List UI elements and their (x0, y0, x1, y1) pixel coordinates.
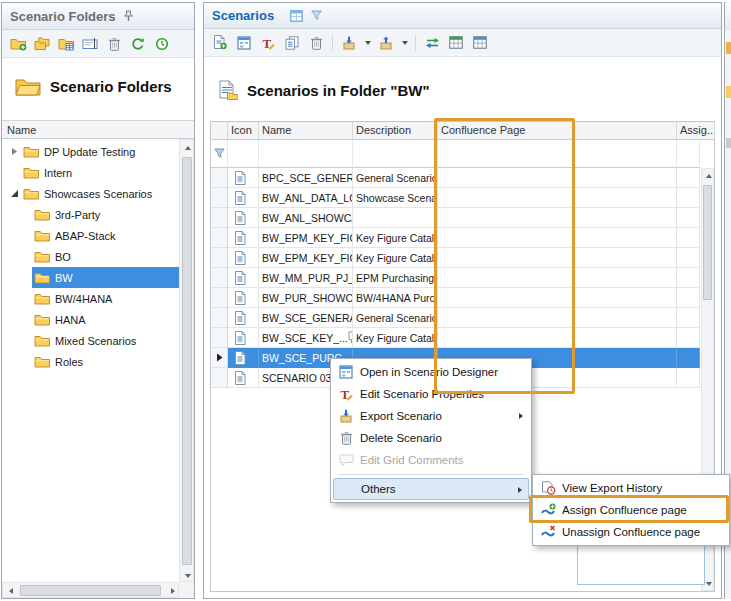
scroll-right-arrow[interactable] (165, 583, 180, 599)
export-scenario-button[interactable] (339, 33, 359, 53)
copy-folder-button[interactable] (32, 34, 52, 54)
tree-item-bw[interactable]: BW (2, 267, 179, 288)
tree-item-label: HANA (55, 314, 86, 326)
folders-horizontal-scrollbar[interactable] (2, 582, 179, 598)
scroll-left-arrow[interactable] (3, 583, 18, 599)
copy-scenario-icon (285, 36, 299, 50)
new-scenario-button[interactable] (210, 33, 230, 53)
menu-item-view-export-history[interactable]: View Export History (535, 477, 727, 499)
copy-scenario-button[interactable] (282, 33, 302, 53)
column-header-icon[interactable]: Icon (228, 122, 259, 140)
tree-item-label: BW (55, 272, 73, 284)
tree-item-intern[interactable]: Intern (2, 162, 179, 183)
scenario-designer-button[interactable] (234, 33, 254, 53)
import-dropdown-button[interactable] (400, 33, 409, 53)
menu-item-edit-grid-comments[interactable]: Edit Grid Comments (333, 449, 529, 471)
import-scenario-button[interactable] (376, 33, 396, 53)
row-name-cell: BW_SCE_GENERAL... (259, 308, 353, 328)
scenario-row-bw-pur-showca[interactable]: BW_PUR_SHOWCA...BW/4HANA Purcha... (211, 288, 700, 308)
scenario-name: BW_PUR_SHOWCA... (262, 292, 353, 304)
scenario-row-bpc-sce-genera[interactable]: BPC_SCE_GENERA...General Scenario o... (211, 168, 700, 188)
scroll-thumb[interactable] (20, 585, 161, 596)
excel-transfer-button[interactable] (422, 33, 442, 53)
tree-item-dp-update-testing[interactable]: DP Update Testing (2, 141, 179, 162)
tree-item-hana[interactable]: HANA (2, 309, 179, 330)
tree-item-3rd-party[interactable]: 3rd-Party (2, 204, 179, 225)
scenario-row-bw-anl-data-lo[interactable]: BW_ANL_DATA_LO...Showcase Scenario... (211, 188, 700, 208)
scenario-row-bw-sce-general[interactable]: BW_SCE_GENERAL...General Scenario f... (211, 308, 700, 328)
filter-cell[interactable] (228, 140, 259, 168)
row-indicator-cell (211, 168, 228, 188)
folders-vertical-scrollbar[interactable] (179, 139, 194, 582)
row-assign-cell (677, 168, 700, 188)
filter-cell[interactable] (438, 140, 677, 168)
column-header-name[interactable]: Name (259, 122, 353, 140)
scenario-row-bw-anl-showca[interactable]: BW_ANL_SHOWCA... (211, 208, 700, 228)
filter-cell[interactable] (259, 140, 353, 168)
menu-item-open-in-scenario-designer[interactable]: Open in Scenario Designer (333, 361, 529, 383)
excel-grid-blue-icon (473, 36, 487, 49)
folder-icon (34, 313, 50, 326)
column-header-confluence-page[interactable]: Confluence Page (438, 122, 677, 140)
others-submenu: View Export HistoryAssign Confluence pag… (532, 474, 730, 546)
folder-overview-button[interactable] (56, 34, 76, 54)
scenario-doc-icon (234, 231, 246, 245)
row-assign-cell (677, 368, 700, 388)
tree-item-label: Showcases Scenarios (44, 188, 152, 200)
scenarios-caption: Scenarios (204, 3, 721, 29)
row-confluence-cell (438, 168, 677, 188)
caption-filter-icon[interactable] (311, 10, 322, 21)
menu-item-export-scenario[interactable]: Export Scenario (333, 405, 529, 427)
scenario-row-bw-mm-pur-pj-01[interactable]: BW_MM_PUR_PJ_01EPM Purchasing (211, 268, 700, 288)
tree-item-bo[interactable]: BO (2, 246, 179, 267)
row-confluence-cell (438, 228, 677, 248)
scheduler-button[interactable] (152, 34, 172, 54)
collapsed-expander-icon[interactable] (8, 147, 21, 156)
scenario-doc-icon (234, 251, 246, 265)
scroll-thumb[interactable] (182, 157, 192, 565)
export-dropdown-button[interactable] (363, 33, 372, 53)
scroll-up-arrow[interactable] (180, 140, 195, 155)
row-description-cell: General Scenario f... (353, 308, 438, 328)
filter-cell[interactable] (353, 140, 438, 168)
open-folder-icon (15, 77, 41, 96)
excel-grid-green-button[interactable] (446, 33, 466, 53)
menu-item-assign-confluence-page[interactable]: Assign Confluence page (535, 499, 727, 521)
menu-item-delete-scenario[interactable]: Delete Scenario (333, 427, 529, 449)
column-header-description[interactable]: Description (353, 122, 438, 140)
refresh-button[interactable] (128, 34, 148, 54)
grid-filter-row[interactable] (211, 140, 700, 168)
excel-grid-blue-button[interactable] (470, 33, 490, 53)
delete-folder-button[interactable] (104, 34, 124, 54)
tree-item-mixed-scenarios[interactable]: Mixed Scenarios (2, 330, 179, 351)
tree-item-bw-4hana[interactable]: BW/4HANA (2, 288, 179, 309)
column-header-assign[interactable]: Assig... (677, 122, 715, 140)
scenario-row-bw-sce-key[interactable]: BW_SCE_KEY_...Key Figure Catalog... (211, 328, 700, 348)
scroll-up-arrow[interactable] (702, 169, 715, 183)
caption-grid-icon[interactable] (290, 10, 303, 22)
rename-folder-button[interactable] (80, 34, 100, 54)
scenario-row-bw-epm-key-fig[interactable]: BW_EPM_KEY_FIG...Key Figure Catalog (211, 248, 700, 268)
filter-cell[interactable] (677, 140, 700, 168)
scenario-row-bw-epm-key-fig[interactable]: BW_EPM_KEY_FIG...Key Figure Catalog... (211, 228, 700, 248)
menu-item-edit-scenario-properties[interactable]: TEdit Scenario Properties (333, 383, 529, 405)
tree-item-roles[interactable]: Roles (2, 351, 179, 372)
row-description-cell (353, 208, 438, 228)
new-folder-button[interactable] (8, 34, 28, 54)
scroll-thumb[interactable] (703, 185, 712, 300)
pin-icon[interactable] (123, 10, 134, 22)
edit-properties-button[interactable]: T (258, 33, 278, 53)
sliver-icon-fragment (726, 138, 731, 148)
delete-scenario-button[interactable] (306, 33, 326, 53)
submenu-arrow-icon (518, 487, 522, 493)
scroll-down-arrow[interactable] (180, 568, 195, 583)
export-history-icon (539, 481, 557, 495)
menu-item-unassign-confluence-page[interactable]: Unassign Confluence page (535, 521, 727, 543)
tree-item-showcases-scenarios[interactable]: Showcases Scenarios (2, 183, 179, 204)
menu-item-others[interactable]: Others (333, 478, 529, 500)
row-icon-cell (228, 368, 259, 388)
name-column-header[interactable]: Name (2, 120, 194, 139)
expanded-expander-icon[interactable] (8, 189, 21, 198)
tree-item-abap-stack[interactable]: ABAP-Stack (2, 225, 179, 246)
toolbar-separator (415, 35, 416, 51)
